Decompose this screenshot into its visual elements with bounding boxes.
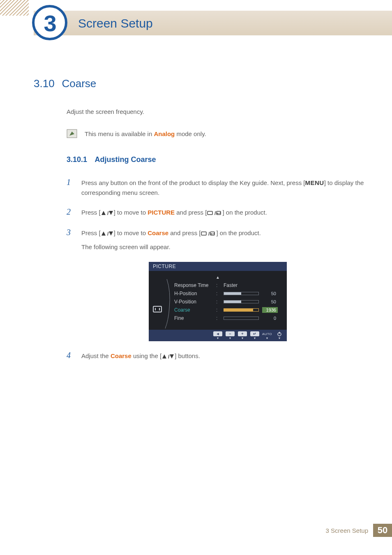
step-2: 2 Press [/] to move to PICTURE and press… bbox=[67, 205, 366, 218]
step-2-text-a: Press [ bbox=[81, 209, 101, 216]
osd-row-label: Coarse bbox=[174, 307, 212, 313]
step-2-target: PICTURE bbox=[148, 209, 175, 216]
section-heading: 3.10 Coarse bbox=[34, 77, 366, 90]
subsection-title: Adjusting Coarse bbox=[95, 155, 156, 164]
step-2-text-b: ] to move to bbox=[114, 209, 148, 216]
osd-slider bbox=[224, 308, 259, 312]
osd-plus-icon: +▼ bbox=[238, 331, 247, 340]
step-4-text-a: Adjust the bbox=[81, 352, 111, 359]
osd-enter-icon: ↵▼ bbox=[250, 331, 260, 340]
step-3-text-b: ] to move to bbox=[114, 229, 148, 236]
osd-category-icon bbox=[153, 306, 162, 312]
step-4-text-c: ] buttons. bbox=[175, 352, 200, 359]
svg-text:/: / bbox=[208, 231, 210, 236]
section-number: 3.10 bbox=[34, 77, 60, 90]
svg-marker-3 bbox=[101, 211, 106, 215]
osd-row-label: Response Time bbox=[174, 282, 212, 288]
svg-text:3: 3 bbox=[44, 10, 56, 36]
subsection-heading: 3.10.1 Adjusting Coarse bbox=[67, 155, 366, 164]
osd-power-icon: ▼ bbox=[274, 331, 284, 340]
osd-auto-icon: AUTO▼ bbox=[262, 331, 272, 340]
osd-slider bbox=[224, 300, 259, 303]
step-3: 3 Press [/] to move to Coarse and press … bbox=[67, 226, 366, 252]
osd-slider bbox=[224, 292, 259, 295]
step-4-target: Coarse bbox=[111, 352, 131, 359]
osd-slider bbox=[224, 317, 259, 320]
osd-row-value: 1936 bbox=[262, 307, 278, 313]
section-title: Coarse bbox=[62, 77, 96, 90]
note-icon bbox=[67, 129, 77, 138]
step-1: 1 Press any button on the front of the p… bbox=[67, 176, 366, 198]
osd-row-value: 50 bbox=[262, 291, 276, 296]
svg-rect-6 bbox=[208, 211, 212, 215]
svg-marker-21 bbox=[170, 354, 174, 358]
note-mode: Analog bbox=[154, 130, 175, 137]
svg-marker-5 bbox=[109, 211, 113, 215]
note-row: This menu is available in Analog mode on… bbox=[67, 129, 366, 138]
source-enter-icon: / bbox=[201, 229, 216, 236]
step-4-text-b: using the [ bbox=[131, 352, 161, 359]
step-1-text-a: Press any button on the front of the pro… bbox=[81, 179, 305, 186]
osd-row-value: 50 bbox=[262, 299, 276, 304]
step-number: 1 bbox=[67, 176, 74, 189]
svg-marker-12 bbox=[109, 231, 113, 236]
svg-marker-10 bbox=[101, 231, 106, 236]
step-2-text-c: and press [ bbox=[175, 209, 207, 216]
up-down-arrow-icon: / bbox=[101, 229, 114, 236]
svg-marker-19 bbox=[162, 354, 166, 358]
corner-hatching bbox=[0, 0, 29, 16]
step-3-target: Coarse bbox=[148, 229, 168, 236]
footer-page-number: 50 bbox=[373, 524, 392, 537]
step-4: 4 Adjust the Coarse using the [/] button… bbox=[67, 349, 366, 362]
chapter-number-badge: 3 bbox=[32, 5, 67, 40]
osd-footer: ◄▼ −▼ +▼ ↵▼ AUTO▼ ▼ bbox=[149, 330, 287, 341]
svg-rect-13 bbox=[201, 232, 206, 235]
osd-row-value: 0 bbox=[262, 316, 276, 321]
svg-text:/: / bbox=[168, 354, 170, 359]
svg-text:/: / bbox=[214, 210, 216, 216]
footer-chapter-label: 3 Screen Setup bbox=[326, 527, 368, 534]
osd-row-value: Faster bbox=[224, 282, 238, 288]
up-down-arrow-icon: / bbox=[101, 209, 114, 216]
step-3-text-a: Press [ bbox=[81, 229, 101, 236]
chapter-title: Screen Setup bbox=[78, 16, 153, 30]
up-down-arrow-icon: / bbox=[161, 352, 175, 359]
svg-text:/: / bbox=[107, 210, 109, 216]
note-text-suffix: mode only. bbox=[175, 130, 206, 137]
osd-row-label: V-Position bbox=[174, 299, 212, 305]
step-2-text-d: ] on the product. bbox=[222, 209, 267, 216]
subsection-number: 3.10.1 bbox=[67, 155, 93, 164]
note-text-prefix: This menu is available in bbox=[85, 130, 154, 137]
step-number: 2 bbox=[67, 205, 74, 218]
menu-button-label: MENU bbox=[305, 179, 324, 186]
osd-minus-icon: −▼ bbox=[225, 331, 235, 340]
step-number: 3 bbox=[67, 226, 74, 239]
osd-decorative-curve bbox=[164, 279, 173, 328]
osd-row-label: H-Position bbox=[174, 291, 212, 296]
osd-screenshot: PICTURE ▲ Response Time : Faster H-Posit… bbox=[149, 262, 287, 341]
step-number: 4 bbox=[67, 349, 74, 362]
osd-back-icon: ◄▼ bbox=[213, 331, 223, 340]
osd-row-label: Fine bbox=[174, 315, 212, 321]
step-3-followup: The following screen will appear. bbox=[81, 242, 366, 252]
step-3-text-d: ] on the product. bbox=[216, 229, 261, 236]
section-intro: Adjust the screen frequency. bbox=[67, 108, 366, 115]
osd-title: PICTURE bbox=[149, 262, 287, 271]
step-3-text-c: and press [ bbox=[168, 229, 201, 236]
source-enter-icon: / bbox=[207, 209, 222, 216]
svg-text:/: / bbox=[107, 231, 109, 236]
page-footer: 3 Screen Setup 50 bbox=[34, 524, 392, 537]
